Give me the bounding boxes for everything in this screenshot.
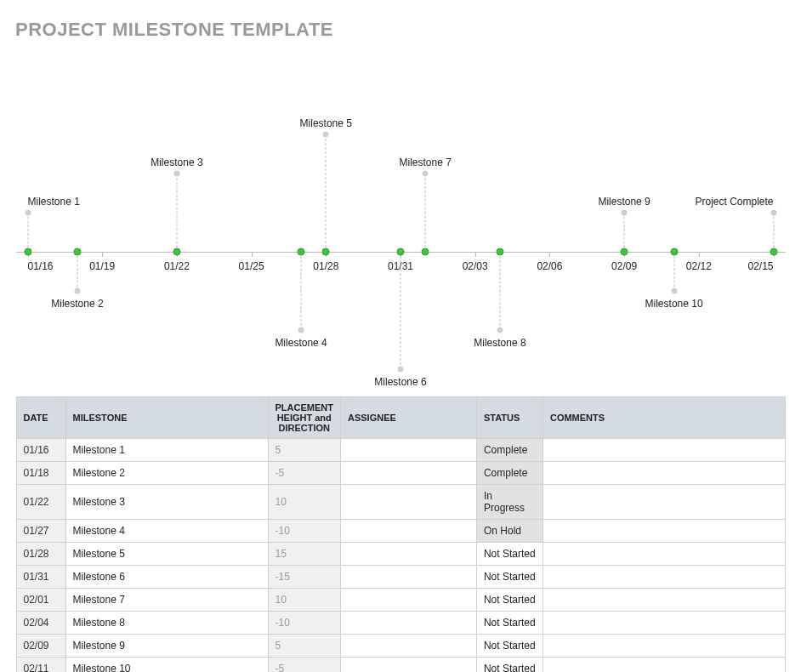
- cell-milestone: Milestone 1: [65, 439, 268, 462]
- cell-milestone: Milestone 4: [65, 520, 268, 543]
- milestone-end-dot: [423, 171, 429, 177]
- cell-status: Not Started: [476, 543, 543, 566]
- axis-tick: [252, 252, 253, 257]
- cell-comments: [543, 485, 785, 520]
- axis-tick-label: 02/06: [537, 260, 562, 272]
- milestone-end-dot: [671, 288, 677, 294]
- milestone-end-dot: [398, 367, 404, 373]
- cell-date: 01/27: [16, 520, 65, 543]
- cell-assignee: [340, 612, 476, 635]
- cell-status: Complete: [476, 439, 543, 462]
- cell-comments: [543, 658, 785, 672]
- milestone-connector: [673, 252, 674, 291]
- milestone-label: Milestone 2: [51, 298, 103, 310]
- axis-tick-label: 01/16: [28, 260, 54, 272]
- cell-milestone: Milestone 10: [65, 658, 268, 672]
- milestone-label: Milestone 9: [598, 196, 650, 208]
- cell-assignee: [340, 520, 476, 543]
- milestone-end-dot: [25, 210, 31, 216]
- cell-placement: 10: [268, 485, 340, 520]
- cell-milestone: Milestone 3: [65, 485, 268, 520]
- milestone-table: DATE MILESTONE PLACEMENT HEIGHT and DIRE…: [16, 396, 786, 672]
- cell-status: In Progress: [476, 485, 543, 520]
- table-header-row: DATE MILESTONE PLACEMENT HEIGHT and DIRE…: [16, 397, 785, 439]
- col-header-date: DATE: [16, 397, 65, 439]
- cell-placement: 5: [268, 635, 340, 658]
- cell-assignee: [340, 462, 476, 485]
- cell-placement: -10: [268, 612, 340, 635]
- milestone-connector: [27, 213, 28, 252]
- cell-status: Not Started: [476, 635, 543, 658]
- table-row: 01/22Milestone 310In Progress: [16, 485, 785, 520]
- cell-date: 01/31: [16, 566, 65, 589]
- col-header-comments: COMMENTS: [543, 397, 785, 439]
- cell-comments: [543, 439, 785, 462]
- col-header-assignee: ASSIGNEE: [340, 397, 476, 439]
- axis-tick: [475, 252, 476, 257]
- milestone-axis-marker: [670, 248, 678, 256]
- milestone-timeline-chart: 01/1601/1901/2201/2501/2801/3102/0302/06…: [16, 56, 786, 362]
- milestone-label: Milestone 8: [474, 337, 525, 349]
- cell-placement: 5: [268, 439, 340, 462]
- axis-tick-label: 01/25: [239, 260, 264, 272]
- milestone-label: Milestone 6: [374, 376, 426, 388]
- cell-assignee: [340, 635, 476, 658]
- milestone-end-dot: [497, 327, 503, 333]
- axis-tick: [549, 252, 550, 257]
- milestone-connector: [326, 134, 327, 252]
- cell-date: 01/16: [16, 439, 65, 462]
- axis-tick: [102, 252, 103, 257]
- cell-milestone: Milestone 8: [65, 612, 268, 635]
- milestone-axis-marker: [496, 248, 503, 256]
- cell-status: Not Started: [476, 589, 543, 612]
- cell-status: Not Started: [476, 612, 543, 635]
- milestone-axis-marker: [422, 248, 429, 256]
- cell-placement: -10: [268, 520, 340, 543]
- axis-tick-label: 02/15: [747, 260, 773, 272]
- milestone-label: Milestone 5: [300, 117, 352, 129]
- cell-comments: [543, 635, 785, 658]
- table-row: 02/11Milestone 10-5Not Started: [16, 658, 785, 672]
- cell-assignee: [340, 485, 476, 520]
- axis-tick-label: 01/28: [313, 260, 338, 272]
- milestone-connector: [77, 252, 77, 291]
- cell-assignee: [340, 658, 476, 672]
- milestone-label: Project Complete: [695, 196, 773, 208]
- milestone-end-dot: [323, 132, 329, 138]
- table-row: 01/28Milestone 515Not Started: [16, 543, 785, 566]
- milestone-end-dot: [74, 288, 80, 294]
- cell-placement: -15: [268, 566, 340, 589]
- cell-comments: [543, 462, 785, 485]
- milestone-end-dot: [298, 327, 304, 333]
- cell-status: On Hold: [476, 520, 543, 543]
- milestone-end-dot: [622, 210, 628, 216]
- cell-date: 01/22: [16, 485, 65, 520]
- milestone-axis-marker: [322, 248, 330, 256]
- milestone-connector: [499, 252, 500, 330]
- cell-date: 02/04: [16, 612, 65, 635]
- cell-status: Not Started: [476, 566, 543, 589]
- cell-comments: [543, 566, 785, 589]
- table-row: 02/04Milestone 8-10Not Started: [16, 612, 785, 635]
- cell-comments: [543, 543, 785, 566]
- milestone-axis-marker: [397, 248, 405, 256]
- table-row: 01/27Milestone 4-10On Hold: [16, 520, 785, 543]
- cell-status: Complete: [476, 462, 543, 485]
- milestone-axis-marker: [73, 248, 81, 256]
- cell-comments: [543, 612, 785, 635]
- cell-comments: [543, 520, 785, 543]
- cell-date: 02/09: [16, 635, 65, 658]
- cell-date: 01/18: [16, 462, 65, 485]
- milestone-connector: [773, 213, 774, 252]
- milestone-axis-marker: [173, 248, 180, 256]
- milestone-axis-marker: [770, 248, 777, 256]
- cell-milestone: Milestone 7: [65, 589, 268, 612]
- table-row: 02/01Milestone 710Not Started: [16, 589, 785, 612]
- milestone-connector: [624, 213, 625, 252]
- axis-tick-label: 02/03: [463, 260, 488, 272]
- axis-tick-label: 02/12: [686, 260, 712, 272]
- col-header-status: STATUS: [476, 397, 543, 439]
- table-row: 01/31Milestone 6-15Not Started: [16, 566, 785, 589]
- axis-tick-label: 02/09: [611, 260, 637, 272]
- milestone-label: Milestone 1: [28, 196, 80, 208]
